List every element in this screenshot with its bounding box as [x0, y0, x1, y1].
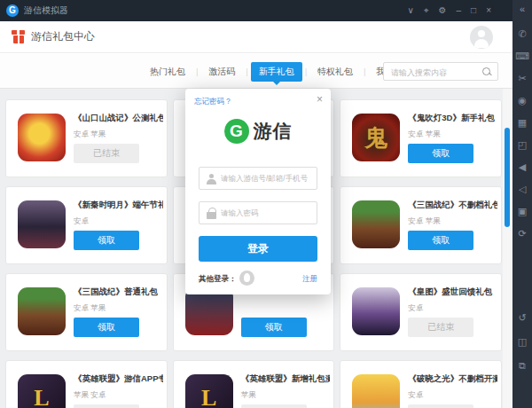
- forgot-password-link[interactable]: 忘记密码？: [194, 97, 232, 107]
- game-icon: [352, 374, 400, 408]
- platform-label: 安卓 苹果: [74, 303, 106, 314]
- keyboard-icon[interactable]: ⌨: [515, 51, 529, 61]
- game-title: 《英雄联盟》新增礼包测试: [241, 373, 331, 385]
- account-field-box: [199, 167, 317, 190]
- tab-separator: |: [361, 67, 368, 76]
- platform-label: 苹果 安卓: [74, 390, 106, 401]
- toolbar-icons-top: ✆⌨✂◉▦◰◀◁▣⟳: [512, 28, 532, 239]
- volume-up-icon[interactable]: ◀: [519, 161, 526, 172]
- claim-button[interactable]: [408, 404, 473, 408]
- search-input[interactable]: [384, 65, 497, 82]
- tab-separator: |: [243, 67, 250, 76]
- app-header: 游信礼包中心: [0, 21, 512, 53]
- game-icon: [352, 287, 400, 335]
- screenshot-icon[interactable]: ▣: [518, 206, 527, 216]
- claim-button[interactable]: 领取: [408, 144, 473, 163]
- game-title: 《三国战纪》不删档礼包: [408, 200, 497, 211]
- gift-card[interactable]: L 《英雄联盟》游信APP专属礼包 苹果 安卓: [5, 360, 168, 408]
- scrollbar-thumb[interactable]: [505, 128, 510, 227]
- platform-label: 苹果: [241, 390, 256, 401]
- tab-separator: |: [193, 67, 200, 76]
- nav-tabs: 热门礼包|激活码|新手礼包|特权礼包|我的礼包: [142, 54, 419, 89]
- nav-tab-2[interactable]: 激活码: [200, 62, 243, 82]
- pin-icon[interactable]: ⌖: [424, 0, 429, 21]
- collapse-toolbar-icon[interactable]: «: [512, 0, 532, 14]
- apps-icon[interactable]: ▦: [518, 117, 527, 128]
- titlebar: G 游信模拟器 ∨⌖⚙–□×: [0, 0, 532, 21]
- game-icon: [18, 287, 66, 335]
- close-icon[interactable]: ×: [486, 0, 491, 21]
- game-icon: L: [18, 374, 66, 408]
- copy-icon[interactable]: ⧉: [519, 360, 526, 371]
- claim-button[interactable]: 领取: [74, 231, 139, 250]
- undo-icon[interactable]: ↺: [518, 312, 526, 323]
- avatar[interactable]: [470, 26, 493, 49]
- rotate-screen-icon[interactable]: ⟳: [518, 228, 526, 239]
- gift-card[interactable]: 《山口山战记》公测礼包 安卓 苹果 已结束: [5, 99, 168, 177]
- claim-button[interactable]: [241, 404, 307, 408]
- brand-row: G 游信: [185, 119, 331, 144]
- page-title: 游信礼包中心: [31, 29, 95, 44]
- gift-icon: [12, 30, 25, 43]
- chevron-down-icon[interactable]: ∨: [408, 0, 414, 21]
- claim-button[interactable]: 已结束: [408, 318, 473, 337]
- login-button[interactable]: 登录: [199, 236, 317, 262]
- claim-button[interactable]: 已结束: [74, 144, 139, 163]
- gift-card[interactable]: 《新秦时明月》端午节礼包 安卓 领取: [5, 186, 168, 264]
- login-modal: 忘记密码？ × G 游信 登录 其他登录： 注册: [185, 89, 331, 294]
- claim-button[interactable]: 领取: [408, 231, 473, 250]
- window-title: 游信模拟器: [24, 4, 68, 17]
- account-input[interactable]: [200, 168, 317, 189]
- gift-card[interactable]: 《破晓之光》不删档开测礼包 安卓: [340, 360, 502, 408]
- game-title: 《鬼吹灯3D》新手礼包: [408, 113, 497, 124]
- platform-label: 安卓: [408, 303, 423, 314]
- game-icon: L: [185, 374, 233, 408]
- game-icon: [18, 200, 66, 248]
- window-controls: ∨⌖⚙–□×: [408, 0, 491, 21]
- search-icon[interactable]: [481, 67, 492, 77]
- tab-separator: |: [302, 67, 309, 76]
- location-icon[interactable]: ◉: [518, 95, 527, 106]
- gift-card[interactable]: 《三国战纪》不删档礼包 安卓 苹果 领取: [340, 186, 502, 264]
- gift-card[interactable]: L 《英雄联盟》新增礼包测试 苹果: [173, 360, 335, 408]
- platform-label: 安卓: [408, 390, 423, 401]
- lock-icon: [207, 208, 216, 219]
- game-title: 《山口山战记》公测礼包: [74, 113, 163, 124]
- claim-button[interactable]: 领取: [74, 318, 139, 337]
- nav-tab-3[interactable]: 新手礼包: [251, 62, 302, 82]
- game-icon: [18, 114, 66, 161]
- minimize-icon[interactable]: –: [457, 0, 462, 21]
- gift-card[interactable]: 鬼 《鬼吹灯3D》新手礼包 安卓 苹果 领取: [340, 99, 502, 177]
- register-link[interactable]: 注册: [302, 274, 317, 285]
- qq-login-icon[interactable]: [239, 271, 254, 286]
- phone-icon[interactable]: ✆: [518, 28, 526, 39]
- game-title: 《皇图》盛世回馈礼包: [408, 286, 497, 298]
- game-icon: [352, 200, 400, 248]
- password-field-box: [199, 201, 317, 224]
- claim-button[interactable]: [74, 404, 139, 408]
- nav-bar: 热门礼包|激活码|新手礼包|特权礼包|我的礼包: [0, 54, 512, 89]
- nav-tab-1[interactable]: 热门礼包: [142, 62, 193, 82]
- game-title: 《新秦时明月》端午节礼包: [74, 200, 163, 211]
- person-icon: [207, 174, 216, 184]
- nav-tab-4[interactable]: 特权礼包: [309, 62, 361, 82]
- fullscreen-icon[interactable]: ◰: [518, 139, 527, 150]
- platform-label: 安卓 苹果: [408, 216, 440, 227]
- emulator-toolbar: « ✆⌨✂◉▦◰◀◁▣⟳ ↺◫⧉: [512, 0, 532, 408]
- app-logo-icon: G: [6, 4, 19, 17]
- shake-icon[interactable]: ◫: [518, 336, 527, 347]
- gift-card[interactable]: 《皇图》盛世回馈礼包 安卓 已结束: [340, 273, 502, 351]
- gift-card[interactable]: 《三国战纪》普通礼包 安卓 苹果 领取: [5, 273, 168, 351]
- gear-icon[interactable]: ⚙: [439, 0, 447, 21]
- game-icon: [185, 287, 233, 335]
- platform-label: 安卓 苹果: [408, 129, 440, 140]
- game-icon: 鬼: [352, 114, 400, 161]
- maximize-icon[interactable]: □: [471, 0, 476, 21]
- password-input[interactable]: [200, 202, 317, 224]
- game-title: 《三国战纪》普通礼包: [74, 286, 163, 298]
- scissors-icon[interactable]: ✂: [518, 73, 526, 83]
- close-icon[interactable]: ×: [317, 93, 323, 106]
- platform-label: 安卓: [74, 216, 89, 227]
- volume-down-icon[interactable]: ◁: [519, 184, 526, 194]
- claim-button[interactable]: 领取: [241, 318, 307, 337]
